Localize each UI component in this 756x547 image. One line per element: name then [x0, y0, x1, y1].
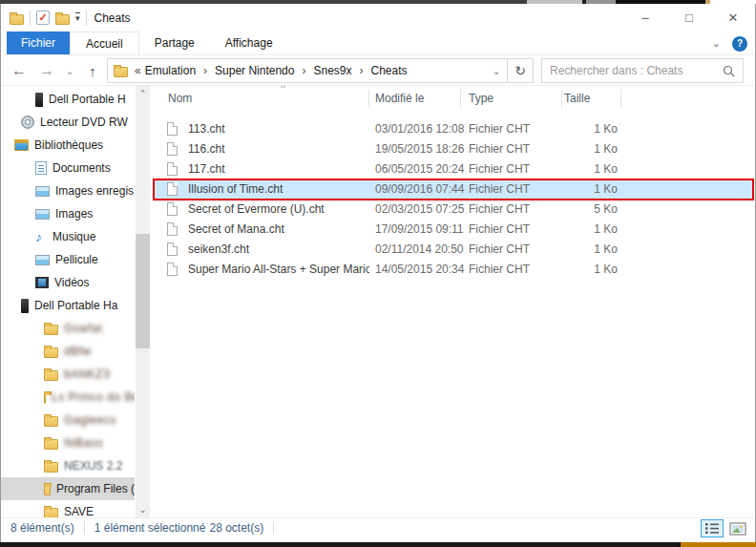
divider	[86, 11, 87, 26]
sidebar-item-censored[interactable]: dBfw	[1, 340, 135, 363]
file-modified: 02/03/2015 07:25	[375, 202, 467, 217]
back-button[interactable]: ←	[5, 62, 33, 79]
thumbnail-view-button[interactable]	[726, 519, 749, 537]
maximize-button[interactable]: □	[667, 4, 711, 32]
details-view-button[interactable]	[701, 519, 724, 537]
items-count: 8 élément(s)	[1, 521, 84, 535]
up-button[interactable]: ↑	[79, 63, 106, 79]
sidebar-item-label: Bibliothèques	[34, 138, 103, 152]
column-divider[interactable]	[460, 89, 461, 108]
file-size: 1 Ko	[547, 142, 618, 157]
file-rows: 113.cht 03/01/2016 12:08 Fichier CHT 1 K…	[154, 111, 755, 280]
sidebar-item-dell-portable-h[interactable]: Dell Portable H	[1, 88, 135, 111]
file-row-113[interactable]: 113.cht 03/01/2016 12:08 Fichier CHT 1 K…	[154, 119, 753, 139]
tab-fichier[interactable]: Fichier	[7, 32, 70, 54]
customize-quick-access-icon[interactable]: ▾	[75, 12, 80, 23]
column-header-type[interactable]: Type	[469, 92, 494, 105]
sidebar-item-label: Images enregis	[55, 184, 134, 198]
breadcrumb-cheats[interactable]: Cheats	[368, 64, 409, 77]
close-button[interactable]: ✕	[711, 4, 755, 32]
sidebar-item-images-enregistrees[interactable]: Images enregis	[1, 179, 135, 202]
document-icon	[35, 161, 47, 175]
file-row-super-mario-all-stars[interactable]: Super Mario All-Stars + Super Mario Worl…	[154, 260, 753, 280]
tab-accueil[interactable]: Accueil	[70, 32, 139, 54]
breadcrumb-super-nintendo[interactable]: Super Nintendo	[213, 64, 296, 77]
column-header-modifie[interactable]: Modifié le	[375, 92, 424, 105]
file-size: 1 Ko	[547, 222, 618, 237]
sidebar-item-images[interactable]: Images	[1, 202, 135, 225]
sidebar-item-save[interactable]: SAVE	[1, 500, 135, 517]
file-row-116[interactable]: 116.cht 19/05/2015 18:26 Fichier CHT 1 K…	[154, 139, 753, 159]
sidebar-item-label: Dell Portable H	[49, 93, 126, 106]
sidebar-item-censored[interactable]: Ls Princo do Bel	[1, 386, 135, 409]
properties-check-icon[interactable]: ✓	[36, 11, 50, 25]
column-header-taille[interactable]: Taille	[564, 92, 590, 105]
chevron-right-icon[interactable]: ›	[353, 64, 368, 77]
search-icon[interactable]	[723, 65, 735, 77]
chevron-right-icon[interactable]: ›	[198, 64, 213, 77]
sidebar-scrollbar[interactable]: ⌃ ⌄	[136, 86, 150, 517]
sidebar-item-censored[interactable]: Gagleecs	[1, 409, 135, 431]
column-divider[interactable]	[561, 89, 562, 108]
help-icon[interactable]: ?	[732, 36, 747, 52]
file-row-seiken3f[interactable]: seiken3f.cht 02/11/2014 20:50 Fichier CH…	[154, 240, 753, 260]
sidebar-item-musique[interactable]: ♪ Musique	[1, 225, 135, 248]
dvd-disc-icon	[21, 116, 34, 129]
file-modified: 19/05/2015 18:26	[375, 142, 467, 157]
collapse-ribbon-icon[interactable]: ⌄	[712, 37, 721, 50]
new-folder-icon[interactable]	[55, 14, 70, 25]
sidebar-item-dell-portable-ha[interactable]: Dell Portable Ha	[1, 294, 135, 317]
picture-icon	[35, 255, 50, 265]
nav-buttons: ← → ⌄ ↑	[1, 55, 106, 86]
details-view-icon	[704, 522, 720, 535]
sidebar-item-bibliotheques[interactable]: Bibliothèques	[1, 134, 135, 157]
scrollbar-thumb[interactable]	[136, 234, 150, 348]
file-modified: 03/01/2016 12:08	[375, 122, 467, 137]
scroll-down-icon[interactable]: ⌄	[136, 502, 150, 517]
sidebar-item-censored[interactable]: NiBass	[1, 431, 135, 454]
sidebar-item-lecteur-dvd[interactable]: Lecteur DVD RW	[1, 111, 135, 134]
recent-locations-icon[interactable]: ⌄	[60, 66, 79, 76]
file-size: 1 Ko	[547, 162, 618, 177]
address-dropdown-icon[interactable]: ⌄	[486, 66, 507, 76]
music-note-icon: ♪	[35, 230, 47, 243]
address-bar[interactable]: « Emulation › Super Nintendo › Snes9x › …	[107, 58, 534, 83]
file-row-secret-of-mana[interactable]: Secret of Mana.cht 17/09/2015 09:11 Fich…	[154, 220, 753, 240]
breadcrumb-snes9x[interactable]: Snes9x	[311, 64, 353, 77]
chevron-right-icon[interactable]: ›	[296, 64, 311, 77]
sidebar-item-pellicule[interactable]: Pellicule	[1, 248, 135, 271]
sidebar-item-censored[interactable]: bANKZ3	[1, 363, 135, 386]
search-box	[541, 58, 744, 83]
selection-size: 28 octet(s)	[209, 521, 273, 535]
sidebar-item-documents[interactable]: Documents	[1, 157, 135, 179]
folder-icon	[44, 393, 46, 404]
sidebar-item-censored[interactable]: Gswfat	[1, 317, 135, 340]
column-divider[interactable]	[620, 89, 621, 108]
refresh-icon[interactable]: ↻	[508, 63, 533, 78]
search-input[interactable]	[542, 64, 723, 77]
file-row-secret-of-evermore[interactable]: Secret of Evermore (U).cht 02/03/2015 07…	[154, 200, 753, 220]
column-divider[interactable]	[368, 89, 369, 108]
breadcrumb-emulation[interactable]: Emulation	[143, 64, 198, 77]
column-headers: ^ Nom Modifié le Type Taille	[154, 86, 755, 111]
breadcrumb-overflow-icon[interactable]: «	[135, 64, 143, 77]
scroll-up-icon[interactable]: ⌃	[136, 86, 150, 101]
minimize-button[interactable]: –	[623, 4, 667, 32]
sort-ascending-icon: ^	[281, 86, 285, 94]
tab-partage[interactable]: Partage	[139, 32, 210, 54]
file-modified: 06/05/2015 20:24	[375, 162, 467, 177]
folder-tree: Dell Portable H Lecteur DVD RW Bibliothè…	[1, 88, 135, 517]
forward-button[interactable]: →	[33, 62, 60, 79]
tab-affichage[interactable]: Affichage	[210, 32, 288, 54]
folder-icon	[44, 462, 58, 473]
sidebar-item-nexus[interactable]: NEXUS 2.2	[1, 454, 135, 477]
status-bar: 8 élément(s) 1 élément sélectionné 28 oc…	[1, 517, 755, 537]
sidebar-item-videos[interactable]: Vidéos	[1, 271, 135, 294]
column-header-nom[interactable]: Nom	[168, 92, 192, 105]
sidebar-item-program-files[interactable]: Program Files (	[1, 477, 135, 500]
sidebar-item-label: bANKZ3	[64, 368, 110, 381]
selection-count: 1 élément sélectionné	[85, 521, 210, 535]
file-name: 117.cht	[188, 162, 369, 177]
file-row-illusion-of-time-selected[interactable]: Illusion of Time.cht 09/09/2016 07:44 Fi…	[154, 179, 753, 200]
file-row-117[interactable]: 117.cht 06/05/2015 20:24 Fichier CHT 1 K…	[154, 159, 753, 179]
